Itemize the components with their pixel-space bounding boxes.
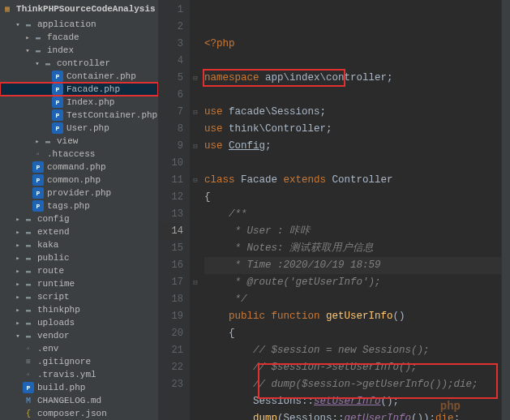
expand-arrow[interactable] <box>13 228 23 237</box>
code-line[interactable]: use think\Controller; <box>204 121 501 138</box>
code-line[interactable]: use Config; <box>204 138 501 155</box>
fold-marker[interactable]: ⊟ <box>190 274 201 291</box>
line-number: 3 <box>159 36 183 53</box>
project-tree[interactable]: ▬application▬facade▬index▬controllerPCon… <box>0 18 158 420</box>
tree-item[interactable]: PFacade.php <box>0 83 158 96</box>
code-line[interactable]: * User : 咔咔 <box>204 223 501 240</box>
tree-item[interactable]: ▫.htaccess <box>0 148 158 161</box>
tree-item[interactable]: Ptags.php <box>0 199 158 212</box>
tree-item[interactable]: ▬index <box>0 44 158 57</box>
expand-arrow[interactable] <box>13 280 23 289</box>
project-header[interactable]: ▦ ThinkPHPSourceCodeAnalysis D:\phpstudy… <box>0 0 158 18</box>
fold-marker[interactable]: ⊟ <box>190 104 201 121</box>
code-line[interactable]: // dump($session->getUserInfo());die; <box>204 376 501 393</box>
fold-column[interactable]: ⊟⊟⊟⊟⊟ <box>190 0 201 420</box>
tree-label: build.php <box>37 383 85 392</box>
code-line[interactable]: dump(Sessions::getUserInfo());die; <box>204 410 501 420</box>
expand-arrow[interactable] <box>13 20 23 29</box>
tree-label: index <box>47 45 74 55</box>
expand-arrow[interactable] <box>23 46 32 55</box>
code-line[interactable]: class Facade extends Controller <box>204 172 501 189</box>
fold-marker <box>190 36 201 53</box>
tree-label: command.php <box>47 162 106 172</box>
code-editor[interactable]: 1234567891011121314151617181920212223 ⊟⊟… <box>159 0 510 420</box>
line-number: 4 <box>159 53 183 70</box>
tree-item[interactable]: ≡.gitignore <box>0 355 158 368</box>
code-line[interactable]: public function getUserInfo() <box>204 308 501 325</box>
tree-label: Facade.php <box>66 84 120 94</box>
tree-item[interactable]: Pcommand.php <box>0 161 158 174</box>
code-line[interactable]: { <box>204 189 501 206</box>
code-line[interactable]: */ <box>204 291 501 308</box>
tree-item[interactable]: ▬route <box>0 264 158 277</box>
code-line[interactable]: /** <box>204 206 501 223</box>
tree-item[interactable]: ▬facade <box>0 31 158 44</box>
code-line[interactable]: use facade\Sessions; <box>204 104 501 121</box>
expand-arrow[interactable] <box>23 33 32 42</box>
line-number: 8 <box>159 121 183 138</box>
code-line[interactable]: * Time :2020/10/19 18:59 <box>204 257 501 274</box>
tree-item[interactable]: ▬thinkphp <box>0 303 158 316</box>
code-line[interactable] <box>204 87 501 104</box>
line-number: 12 <box>159 189 183 206</box>
tree-item[interactable]: Pprovider.php <box>0 186 158 199</box>
tree-item[interactable]: PIndex.php <box>0 96 158 109</box>
tree-item[interactable]: ▬public <box>0 251 158 264</box>
tree-label: composer.json <box>37 409 107 418</box>
tree-item[interactable]: ▬uploads <box>0 316 158 329</box>
tree-item[interactable]: ▬runtime <box>0 277 158 290</box>
tree-item[interactable]: PUser.php <box>0 122 158 135</box>
expand-arrow[interactable] <box>13 319 23 328</box>
tree-item[interactable]: PContainer.php <box>0 70 158 83</box>
expand-arrow[interactable] <box>13 306 23 315</box>
php-icon: P <box>52 71 63 82</box>
code-line[interactable]: <?php <box>204 36 501 53</box>
tree-item[interactable]: PTestContainer.php <box>0 109 158 122</box>
tree-item[interactable]: ▬view <box>0 135 158 148</box>
expand-arrow[interactable] <box>32 137 42 146</box>
tree-item[interactable]: Pcommon.php <box>0 174 158 186</box>
code-line[interactable]: { <box>204 325 501 342</box>
fold-marker[interactable]: ⊟ <box>190 172 201 189</box>
code-line[interactable]: * @route('getUserInfo'); <box>204 274 501 291</box>
code-line[interactable] <box>204 155 501 172</box>
tree-item[interactable]: {composer.json <box>0 407 158 420</box>
tree-item[interactable]: ▬config <box>0 212 158 225</box>
vertical-scrollbar[interactable] <box>501 0 510 420</box>
code-line[interactable]: // $session->setUserInfo(); <box>204 359 501 376</box>
tree-item[interactable]: ▬extend <box>0 225 158 238</box>
tree-label: application <box>37 19 96 29</box>
code-area[interactable]: <?phpnamespace app\index\controller;use … <box>201 0 501 420</box>
code-line[interactable]: Sessions::setUserInfo(); <box>204 393 501 410</box>
tree-label: script <box>37 292 70 302</box>
line-number: 1 <box>159 2 183 19</box>
tree-item[interactable]: ▬controller <box>0 57 158 70</box>
code-line[interactable]: namespace app\index\controller; <box>204 70 501 87</box>
expand-arrow[interactable] <box>13 293 23 302</box>
fold-marker <box>190 223 201 240</box>
tree-item[interactable]: ▬application <box>0 18 158 31</box>
tree-label: route <box>37 266 64 276</box>
code-line[interactable]: * Notes: 测试获取用户信息 <box>204 240 501 257</box>
expand-arrow[interactable] <box>32 59 42 68</box>
fold-marker[interactable]: ⊟ <box>190 70 201 87</box>
tree-item[interactable]: MCHANGELOG.md <box>0 394 158 407</box>
tree-item[interactable]: ▬kaka <box>0 238 158 251</box>
tree-item[interactable]: Pbuild.php <box>0 381 158 394</box>
code-line[interactable] <box>204 53 501 70</box>
php-icon: P <box>52 84 63 95</box>
tree-label: CHANGELOG.md <box>37 396 101 405</box>
expand-arrow[interactable] <box>13 241 23 250</box>
tree-item[interactable]: ▫.env <box>0 342 158 355</box>
tree-item[interactable]: ▬vendor <box>0 329 158 342</box>
tree-item[interactable]: ▬script <box>0 290 158 303</box>
expand-arrow[interactable] <box>13 267 23 276</box>
expand-arrow[interactable] <box>13 332 23 341</box>
code-line[interactable]: // $session = new Sessions(); <box>204 342 501 359</box>
expand-arrow[interactable] <box>13 254 23 263</box>
expand-arrow[interactable] <box>13 215 23 224</box>
txt-icon: ≡ <box>23 356 34 367</box>
folder-icon: ▬ <box>42 135 54 147</box>
fold-marker[interactable]: ⊟ <box>190 138 201 155</box>
tree-item[interactable]: ▫.travis.yml <box>0 368 158 381</box>
